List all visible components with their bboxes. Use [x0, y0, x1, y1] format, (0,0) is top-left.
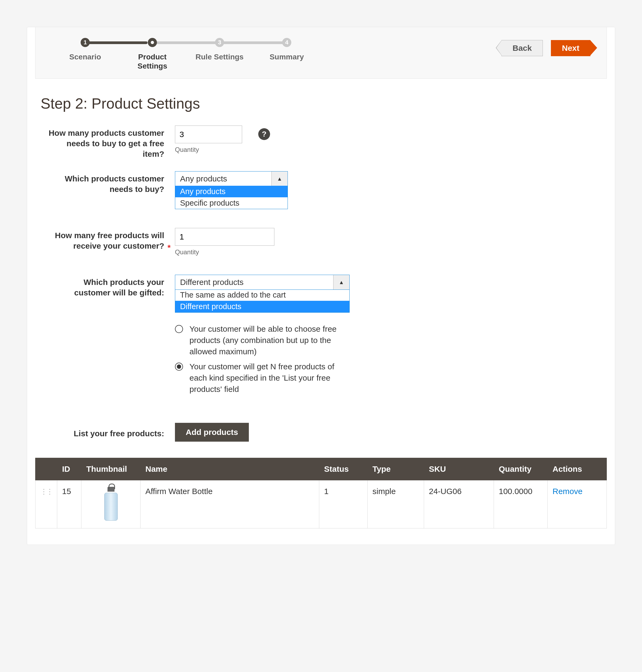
row-gifted-products: Which products your customer will be gif… — [35, 275, 607, 398]
col-type: Type — [368, 458, 424, 480]
hint-free-quantity: Quantity — [175, 249, 274, 256]
radio-a[interactable] — [175, 325, 183, 333]
step-3-label: Rule Settings — [196, 52, 244, 62]
step-track: 1 Scenario ProductSettings 3 Rule Settin… — [52, 38, 320, 71]
row-list-free-products: List your free products: Add products — [35, 423, 607, 442]
hint-buy-quantity: Quantity — [175, 146, 242, 153]
step-4-label: Summary — [270, 52, 304, 62]
drag-handle-icon[interactable]: ⋮⋮ — [40, 487, 52, 496]
col-thumbnail: Thumbnail — [81, 458, 141, 480]
chevron-up-icon: ▲ — [271, 172, 287, 186]
wizard-bar: 1 Scenario ProductSettings 3 Rule Settin… — [35, 27, 607, 79]
opt-any-products[interactable]: Any products — [175, 186, 287, 197]
step-2-label: ProductSettings — [138, 52, 167, 71]
step-2-dot — [148, 38, 157, 47]
cell-quantity: 100.0000 — [494, 480, 548, 529]
wizard-nav: Back Next — [501, 40, 590, 56]
radio-b-label: Your customer will get N free products o… — [190, 361, 350, 395]
label-gifted-products: Which products your customer will be gif… — [46, 275, 175, 298]
radio-a-label: Your customer will be able to choose fre… — [190, 324, 350, 357]
next-button[interactable]: Next — [551, 40, 590, 56]
cell-name: Affirm Water Bottle — [141, 480, 319, 529]
radio-n-free-products[interactable]: Your customer will get N free products o… — [175, 361, 350, 395]
selected-gifted: Different products — [175, 275, 333, 290]
input-buy-quantity[interactable] — [175, 126, 242, 143]
col-status: Status — [319, 458, 368, 480]
table-header: ID Thumbnail Name Status Type SKU Quanti… — [36, 458, 607, 480]
opt-same-as-cart[interactable]: The same as added to the cart — [175, 289, 349, 301]
page-container: 1 Scenario ProductSettings 3 Rule Settin… — [27, 27, 615, 545]
col-sku: SKU — [424, 458, 494, 480]
label-list-free-products: List your free products: — [46, 426, 175, 439]
row-which-products: Which products customer needs to buy? An… — [35, 171, 607, 209]
label-free-quantity: How many free products will receive your… — [46, 228, 175, 251]
step-3-dot: 3 — [215, 38, 224, 47]
input-free-quantity[interactable] — [175, 228, 274, 246]
row-buy-quantity: How many products customer needs to buy … — [35, 126, 607, 159]
cell-status: 1 — [319, 480, 368, 529]
dropdown-which-products: Any products Specific products — [175, 186, 288, 209]
free-products-table: ID Thumbnail Name Status Type SKU Quanti… — [35, 458, 607, 529]
col-actions: Actions — [548, 458, 607, 480]
help-icon[interactable]: ? — [258, 128, 270, 140]
page-title: Step 2: Product Settings — [41, 95, 607, 112]
remove-link[interactable]: Remove — [553, 487, 582, 496]
select-which-products[interactable]: Any products ▲ — [175, 171, 288, 186]
add-products-button[interactable]: Add products — [175, 423, 249, 442]
step-1-dot: 1 — [81, 38, 90, 47]
col-quantity: Quantity — [494, 458, 548, 480]
col-name: Name — [141, 458, 319, 480]
table-row: ⋮⋮ 15 Affirm Water Bottle 1 simple 24-UG… — [36, 480, 607, 529]
back-button[interactable]: Back — [501, 40, 543, 56]
cell-type: simple — [368, 480, 424, 529]
label-buy-quantity: How many products customer needs to buy … — [46, 126, 175, 159]
step-4-dot: 4 — [282, 38, 291, 47]
cell-id: 15 — [57, 480, 81, 529]
chevron-up-icon: ▲ — [333, 275, 349, 290]
opt-different-products[interactable]: Different products — [175, 301, 349, 312]
cell-sku: 24-UG06 — [424, 480, 494, 529]
cell-thumbnail — [81, 480, 141, 529]
label-which-products: Which products customer needs to buy? — [46, 171, 175, 194]
radio-choose-products[interactable]: Your customer will be able to choose fre… — [175, 324, 350, 357]
opt-specific-products[interactable]: Specific products — [175, 197, 287, 209]
radio-b[interactable] — [175, 363, 183, 371]
row-free-quantity: How many free products will receive your… — [35, 228, 607, 256]
selected-which-products: Any products — [175, 172, 271, 186]
col-drag — [36, 458, 57, 480]
step-1-label: Scenario — [69, 52, 101, 62]
col-id: ID — [57, 458, 81, 480]
bottle-icon — [103, 487, 119, 522]
select-gifted-products[interactable]: Different products ▲ — [175, 275, 350, 290]
dropdown-gifted-products: The same as added to the cart Different … — [175, 289, 350, 313]
